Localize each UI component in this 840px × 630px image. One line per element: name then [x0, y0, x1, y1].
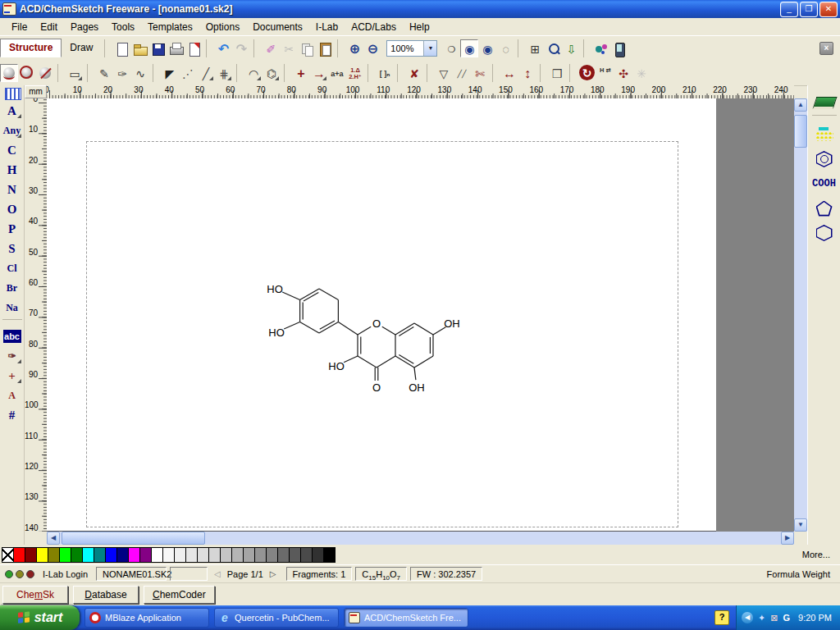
- google-tray-icon[interactable]: G: [783, 613, 790, 623]
- 3d-viewer-button[interactable]: [591, 39, 609, 57]
- color-swatch[interactable]: [48, 547, 60, 563]
- cut-button[interactable]: ✂: [280, 39, 298, 57]
- redo-button[interactable]: ↷: [232, 39, 250, 57]
- polymer-brackets-button[interactable]: [ ]ₙ: [376, 64, 394, 82]
- chemcoder-tab[interactable]: ChemCoder: [144, 586, 215, 604]
- lasso-select-tool[interactable]: [0, 64, 18, 82]
- draw-continuous-tool[interactable]: ✑: [113, 64, 131, 82]
- reaction-conditions-button[interactable]: 1.Δ 2.H⁺: [346, 64, 364, 82]
- group-3d-tool[interactable]: ❒: [548, 64, 566, 82]
- color-swatch[interactable]: [71, 547, 83, 563]
- zoom-out-button[interactable]: ⊖: [363, 39, 381, 57]
- periodic-calculator-button[interactable]: [811, 122, 838, 147]
- search-structure-button[interactable]: [544, 39, 562, 57]
- menu-item[interactable]: Help: [403, 20, 436, 34]
- flip-vertical-tool[interactable]: ↕: [518, 64, 536, 82]
- color-swatch[interactable]: [312, 547, 324, 563]
- color-swatch[interactable]: [116, 547, 129, 563]
- menu-item[interactable]: Options: [199, 20, 246, 34]
- scroll-right-button[interactable]: ▶: [781, 532, 794, 545]
- atom-tool-h[interactable]: H: [2, 160, 23, 180]
- 3d-optimization-button[interactable]: ✣: [614, 64, 632, 82]
- draw-normal-tool[interactable]: ✎: [95, 64, 113, 82]
- rectangle-select-tool[interactable]: ▭: [66, 64, 84, 82]
- color-swatch[interactable]: [13, 547, 25, 563]
- ring-template-tool[interactable]: ⌬: [262, 64, 281, 82]
- color-swatch[interactable]: [277, 547, 290, 563]
- new-document-button[interactable]: [112, 39, 130, 57]
- menu-item[interactable]: ACD/Labs: [345, 20, 403, 34]
- markush-bond-tool[interactable]: ⋕: [215, 64, 233, 82]
- clean-structure-button[interactable]: ↻: [579, 65, 595, 80]
- cyclopentane-template-button[interactable]: [811, 196, 838, 221]
- color-swatch[interactable]: [185, 547, 198, 563]
- atom-style-simple-button[interactable]: ❍: [442, 39, 460, 57]
- atom-style-shadowed-button[interactable]: ◉: [478, 39, 496, 57]
- cyclohexane-template-button[interactable]: [811, 221, 838, 245]
- atom-tool-any[interactable]: Any: [2, 121, 23, 140]
- tab-draw[interactable]: Draw: [62, 39, 101, 57]
- solid-wedge-bond-tool[interactable]: ◤: [161, 64, 179, 82]
- color-swatch[interactable]: [208, 547, 221, 563]
- horizontal-scroll-thumb[interactable]: [62, 532, 205, 545]
- vertical-scrollbar[interactable]: ▲ ▼: [794, 98, 807, 532]
- menu-item[interactable]: Templates: [141, 20, 199, 34]
- menu-item[interactable]: I-Lab: [309, 20, 345, 34]
- scroll-left-button[interactable]: ◀: [47, 532, 60, 545]
- minimize-button[interactable]: _: [780, 2, 798, 17]
- menu-item[interactable]: Tools: [105, 20, 141, 34]
- print-button[interactable]: [167, 39, 185, 57]
- color-swatch[interactable]: [151, 547, 163, 563]
- menu-item[interactable]: File: [5, 20, 34, 34]
- arc-tool[interactable]: ◠: [244, 64, 262, 82]
- query-tool[interactable]: ✑: [2, 346, 23, 366]
- atom-tool-o[interactable]: O: [2, 199, 23, 219]
- database-tab[interactable]: Database: [73, 586, 139, 604]
- table-of-radicals-button[interactable]: [811, 90, 838, 115]
- color-swatch[interactable]: [59, 547, 71, 563]
- delete-tool[interactable]: ✘: [405, 64, 423, 82]
- export-pdf-button[interactable]: [185, 39, 203, 57]
- task-mblaze[interactable]: MBlaze Application: [84, 608, 209, 628]
- charge-plus-button[interactable]: +: [292, 64, 310, 82]
- atom-style-framed-button[interactable]: ◉: [460, 39, 478, 57]
- network-tray-icon[interactable]: ✦: [758, 613, 765, 623]
- zoom-in-button[interactable]: ⊕: [345, 39, 363, 57]
- bond-flip-tool[interactable]: ✄: [471, 64, 489, 82]
- atom-tool-a[interactable]: A: [2, 101, 23, 121]
- no-color-swatch[interactable]: [2, 547, 14, 563]
- rotate-tool[interactable]: [18, 64, 36, 82]
- cooh-template-button[interactable]: COOH: [811, 171, 838, 196]
- copy-button[interactable]: [298, 39, 316, 57]
- color-swatch[interactable]: [139, 547, 152, 563]
- color-swatch[interactable]: [289, 547, 301, 563]
- charge-tool[interactable]: +: [2, 366, 23, 386]
- color-swatch[interactable]: [300, 547, 313, 563]
- text-tool[interactable]: abc: [3, 330, 21, 343]
- help-notification-icon[interactable]: ?: [714, 610, 729, 625]
- task-chemsketch[interactable]: ACD/ChemSketch Fre...: [344, 608, 468, 628]
- color-swatch[interactable]: [254, 547, 267, 563]
- drawing-canvas[interactable]: HOHOOOHHOOOH: [47, 98, 794, 532]
- benzene-template-button[interactable]: [811, 147, 838, 171]
- atom-tool-na[interactable]: Na: [2, 298, 23, 317]
- color-swatch[interactable]: [82, 547, 94, 563]
- color-swatch[interactable]: [231, 547, 244, 563]
- shear-tool[interactable]: ╱╱: [453, 64, 471, 82]
- rotate-selection-tool[interactable]: ▽: [435, 64, 453, 82]
- disconnected-network-icon[interactable]: ⊠: [770, 613, 778, 623]
- paste-button[interactable]: [316, 39, 334, 57]
- color-swatch[interactable]: [94, 547, 106, 563]
- properties-panel-button[interactable]: ⊞: [526, 39, 544, 57]
- color-swatch[interactable]: [105, 547, 117, 563]
- chemsk-tab[interactable]: ChemSk: [2, 586, 68, 604]
- atom-tool-s[interactable]: S: [2, 239, 23, 258]
- color-swatch[interactable]: [162, 547, 175, 563]
- color-swatch[interactable]: [128, 547, 140, 563]
- disabled-tool[interactable]: ✳: [632, 64, 651, 82]
- periodic-table-button[interactable]: [2, 86, 23, 101]
- tab-structure[interactable]: Structure: [0, 39, 62, 57]
- scroll-down-button[interactable]: ▼: [794, 518, 807, 532]
- close-toolbar-button[interactable]: ×: [819, 42, 833, 55]
- color-swatch[interactable]: [197, 547, 209, 563]
